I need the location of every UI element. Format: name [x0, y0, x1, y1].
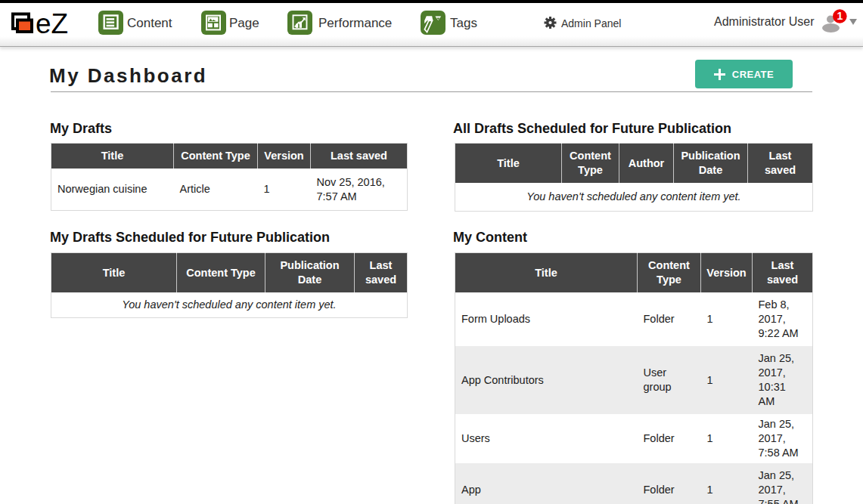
svg-text:eZ: eZ [36, 11, 68, 36]
svg-text:1: 1 [837, 10, 843, 22]
